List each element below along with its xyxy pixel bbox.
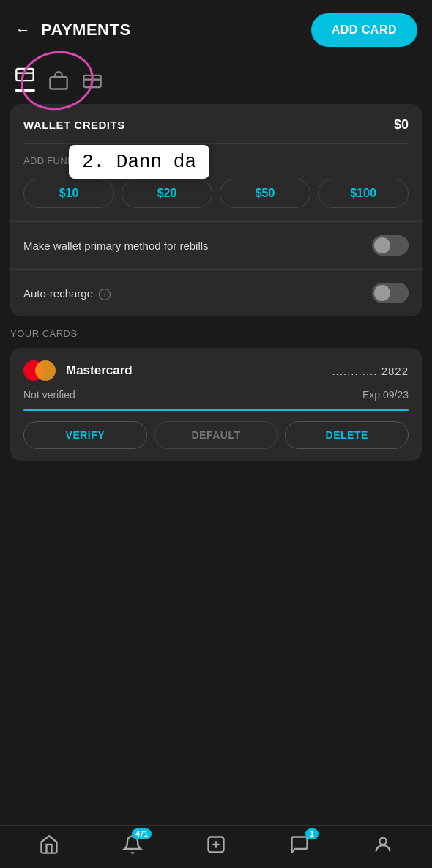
tab-icons-row (0, 57, 432, 92)
toggle-primary-label: Make wallet primary method for rebills (23, 238, 372, 253)
toggle-section: Make wallet primary method for rebills A… (10, 221, 422, 316)
amount-10-button[interactable]: $10 (23, 179, 114, 208)
nav-add[interactable] (206, 834, 226, 855)
amount-100-button[interactable]: $100 (318, 179, 409, 208)
amount-50-button[interactable]: $50 (220, 179, 310, 208)
svg-rect-0 (16, 69, 33, 81)
profile-icon (373, 834, 393, 855)
toggle-primary-row: Make wallet primary method for rebills (10, 222, 422, 270)
amount-20-button[interactable]: $20 (122, 179, 212, 208)
add-card-button[interactable]: ADD CARD (311, 13, 417, 47)
wallet-credits-value: $0 (394, 117, 409, 133)
svg-rect-3 (83, 75, 100, 87)
header-left: ← PAYMENTS (15, 21, 131, 40)
info-icon[interactable]: i (99, 289, 111, 300)
nav-notifications[interactable]: 471 (122, 834, 143, 855)
nav-profile[interactable] (373, 834, 393, 855)
delete-button[interactable]: DELETE (285, 421, 409, 449)
card-expiry: Exp 09/23 (362, 389, 409, 401)
notifications-badge: 471 (132, 828, 152, 839)
page-title: PAYMENTS (41, 21, 131, 40)
card-status: Not verified (23, 389, 75, 401)
default-button[interactable]: DEFAULT (154, 421, 278, 449)
card-brand-row: Mastercard (23, 360, 133, 382)
messages-badge: 1 (305, 828, 319, 839)
wallet-card: WALLET CREDITS $0 ADD FUNDS TO 2. Dann d… (10, 104, 422, 316)
back-button[interactable]: ← (15, 21, 31, 40)
toggle-primary-switch[interactable] (372, 235, 409, 256)
bottom-nav: 471 1 (0, 825, 432, 868)
plus-icon (206, 834, 226, 855)
home-icon (39, 834, 59, 855)
card-item: Mastercard ............ 2822 Not verifie… (10, 348, 422, 461)
nav-messages[interactable]: 1 (289, 834, 310, 855)
your-cards-label: YOUR CARDS (10, 328, 422, 339)
tab-credit-card-2[interactable] (82, 71, 103, 92)
toggle-recharge-switch[interactable] (372, 283, 409, 303)
svg-point-8 (379, 838, 386, 845)
card-actions: VERIFY DEFAULT DELETE (23, 421, 409, 449)
wallet-credits-label: WALLET CREDITS (23, 119, 125, 131)
tab-bag[interactable] (48, 71, 69, 92)
mastercard-right-circle (35, 360, 56, 381)
header-divider (0, 92, 432, 92)
tab-credit-card-1[interactable] (15, 64, 35, 92)
verify-button[interactable]: VERIFY (23, 421, 147, 449)
add-funds-row: ADD FUNDS TO 2. Dann da (10, 144, 422, 174)
card-top-row: Mastercard ............ 2822 (23, 360, 409, 382)
wallet-credits-row: WALLET CREDITS $0 (10, 104, 422, 143)
card-info-row: Not verified Exp 09/23 (23, 389, 409, 401)
amount-buttons: $10 $20 $50 $100 (10, 174, 422, 221)
your-cards-section: YOUR CARDS Mastercard ............ 2822 … (10, 328, 422, 461)
card-separator (23, 409, 409, 411)
card-brand-name: Mastercard (66, 363, 133, 378)
mastercard-logo (23, 360, 57, 382)
svg-rect-2 (50, 77, 67, 89)
toggle-recharge-row: Auto-recharge i (10, 270, 422, 316)
credit-card-icon (15, 64, 35, 85)
bag-icon (48, 71, 69, 92)
header: ← PAYMENTS ADD CARD (0, 0, 432, 57)
toggle-recharge-label: Auto-recharge i (23, 286, 372, 301)
card-number: ............ 2822 (332, 365, 409, 377)
credit-card-2-icon (82, 71, 103, 92)
annotation-overlay: 2. Dann da (69, 145, 209, 179)
nav-home[interactable] (39, 834, 59, 855)
